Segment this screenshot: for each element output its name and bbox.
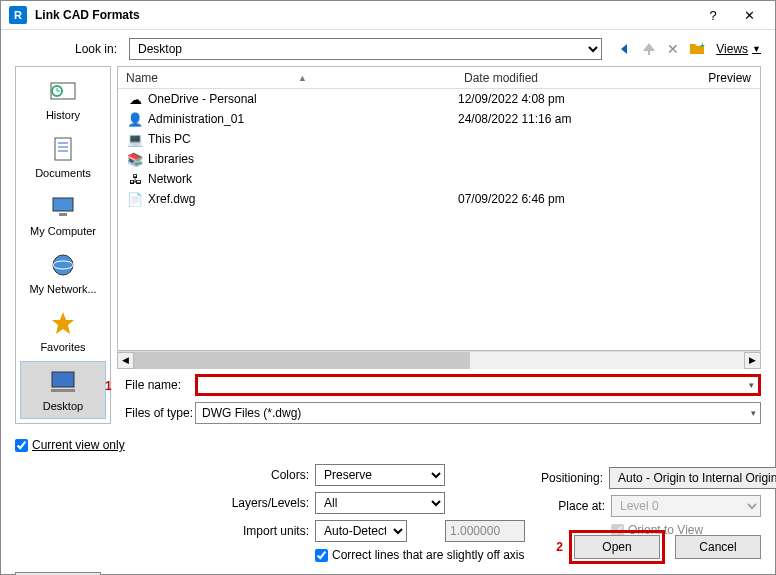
titlebar: R Link CAD Formats ? ✕ xyxy=(1,1,775,30)
svg-rect-3 xyxy=(55,138,71,160)
computer-icon xyxy=(47,191,79,223)
places-bar: History Documents My Computer My Network… xyxy=(15,66,111,424)
svg-text:+: + xyxy=(700,41,705,50)
placeat-combo[interactable]: Level 0 xyxy=(611,495,761,517)
svg-rect-11 xyxy=(52,372,74,387)
place-mycomputer[interactable]: My Computer xyxy=(20,187,106,243)
help-button[interactable]: ? xyxy=(695,1,731,29)
filetype-combo[interactable]: DWG Files (*.dwg) ▾ xyxy=(195,402,761,424)
annotation-1: 1 xyxy=(105,379,112,393)
scroll-right-icon[interactable]: ▶ xyxy=(744,352,761,369)
user-icon: 👤 xyxy=(126,112,144,127)
list-item[interactable]: ☁OneDrive - Personal12/09/2022 4:08 pm xyxy=(118,89,760,109)
desktop-icon xyxy=(47,366,79,398)
cloud-icon: ☁ xyxy=(126,92,144,107)
layers-combo[interactable]: All xyxy=(315,492,445,514)
views-dropdown[interactable]: Views▼ xyxy=(716,42,761,56)
network-icon xyxy=(47,249,79,281)
delete-icon[interactable]: ✕ xyxy=(664,40,682,58)
svg-rect-7 xyxy=(53,198,73,211)
filename-label: File name: xyxy=(117,378,195,392)
lookin-label: Look in: xyxy=(15,42,123,56)
close-button[interactable]: ✕ xyxy=(731,1,767,29)
place-favorites[interactable]: Favorites xyxy=(20,303,106,359)
list-item[interactable]: 💻This PC xyxy=(118,129,760,149)
back-icon[interactable] xyxy=(616,40,634,58)
h-scrollbar[interactable]: ◀ ▶ xyxy=(117,351,761,368)
place-network[interactable]: My Network... xyxy=(20,245,106,301)
documents-icon xyxy=(47,133,79,165)
lookin-combo[interactable]: Desktop xyxy=(129,38,602,60)
units-value xyxy=(445,520,525,542)
scroll-left-icon[interactable]: ◀ xyxy=(117,352,134,369)
place-documents[interactable]: Documents xyxy=(20,129,106,185)
dwg-icon: 📄 xyxy=(126,192,144,207)
preview-label: Preview xyxy=(708,71,751,85)
list-item[interactable]: 📄Xref.dwg07/09/2022 6:46 pm xyxy=(118,189,760,209)
colors-combo[interactable]: Preserve xyxy=(315,464,445,486)
cancel-button[interactable]: Cancel xyxy=(675,535,761,559)
positioning-combo[interactable]: Auto - Origin to Internal Origin xyxy=(609,467,776,489)
list-item[interactable]: 👤Administration_0124/08/2022 11:16 am xyxy=(118,109,760,129)
svg-rect-12 xyxy=(51,389,75,392)
col-name[interactable]: Name▲ xyxy=(118,71,458,85)
place-history[interactable]: History xyxy=(20,71,106,127)
file-list[interactable]: Name▲ Date modified ☁OneDrive - Personal… xyxy=(117,66,761,351)
list-item[interactable]: 📚Libraries xyxy=(118,149,760,169)
app-icon: R xyxy=(9,6,27,24)
filetype-label: Files of type: xyxy=(117,406,195,420)
sort-icon: ▲ xyxy=(298,73,307,83)
favorites-icon xyxy=(47,307,79,339)
library-icon: 📚 xyxy=(126,152,144,167)
annotation-2: 2 xyxy=(556,540,563,554)
current-view-checkbox[interactable]: Current view only xyxy=(15,438,761,452)
new-folder-icon[interactable]: + xyxy=(688,40,706,58)
filename-input[interactable]: ▾ xyxy=(195,374,761,396)
history-icon xyxy=(47,75,79,107)
place-desktop[interactable]: Desktop xyxy=(20,361,106,419)
window-title: Link CAD Formats xyxy=(35,8,695,22)
pc-icon: 💻 xyxy=(126,132,144,147)
network-small-icon: 🖧 xyxy=(126,172,144,187)
svg-point-9 xyxy=(53,255,73,275)
up-icon[interactable] xyxy=(640,40,658,58)
units-combo[interactable]: Auto-Detect xyxy=(315,520,407,542)
list-item[interactable]: 🖧Network xyxy=(118,169,760,189)
open-button[interactable]: Open xyxy=(574,535,660,559)
svg-rect-8 xyxy=(59,213,67,216)
